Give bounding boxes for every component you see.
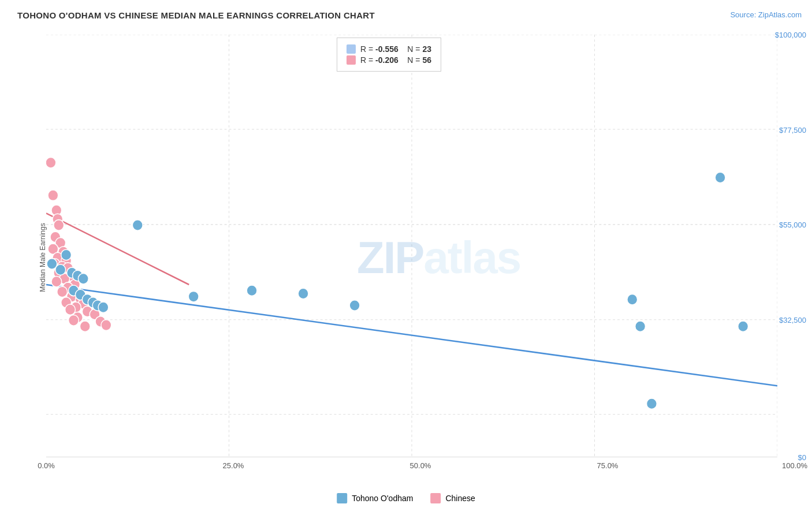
chart-title: TOHONO O'ODHAM VS CHINESE MEDIAN MALE EA… (17, 10, 375, 20)
svg-point-33 (57, 286, 68, 297)
legend-box: R = -0.556 N = 23 R = -0.206 N = 56 (337, 38, 441, 72)
svg-point-17 (54, 220, 64, 231)
bottom-legend-color-blue (337, 493, 347, 503)
bottom-legend-color-pink (430, 493, 441, 503)
svg-point-64 (349, 300, 360, 311)
bottom-legend-label-chinese: Chinese (445, 494, 475, 503)
y-tick-100k: $100,000 (775, 31, 806, 39)
svg-point-50 (61, 249, 72, 260)
y-tick-77500: $77,500 (779, 125, 806, 134)
svg-point-44 (69, 315, 79, 326)
svg-point-61 (188, 291, 199, 302)
legend-text-1: R = -0.556 N = 23 (360, 44, 431, 54)
source-label: Source: ZipAtlas.com (730, 10, 802, 19)
svg-point-30 (51, 277, 62, 288)
chart-container: TOHONO O'ODHAM VS CHINESE MEDIAN MALE EA… (0, 0, 812, 515)
bottom-legend-label-tohono: Tohono O'odham (352, 494, 413, 503)
svg-point-47 (101, 320, 111, 331)
x-tick-0: 0.0% (38, 461, 55, 470)
svg-point-66 (635, 321, 646, 332)
svg-point-46 (80, 321, 90, 332)
svg-point-14 (48, 190, 58, 201)
bottom-legend-tohono: Tohono O'odham (337, 493, 413, 503)
svg-point-62 (247, 285, 257, 296)
legend-color-blue (347, 44, 356, 54)
legend-row-2: R = -0.206 N = 56 (347, 55, 431, 65)
y-tick-32500: $32,500 (779, 316, 806, 324)
svg-point-67 (715, 172, 725, 183)
svg-point-65 (627, 294, 638, 305)
svg-point-49 (55, 264, 66, 275)
svg-point-59 (98, 302, 109, 313)
x-tick-100: 100.0% (782, 461, 807, 470)
svg-line-11 (46, 285, 777, 386)
y-tick-55000: $55,000 (779, 221, 806, 229)
x-tick-25: 25.0% (223, 461, 244, 470)
x-tick-50: 50.0% (410, 461, 431, 470)
svg-point-63 (298, 288, 308, 299)
svg-point-68 (738, 321, 748, 332)
svg-point-69 (647, 398, 657, 409)
bottom-legend: Tohono O'odham Chinese (337, 493, 475, 503)
legend-text-2: R = -0.206 N = 56 (360, 55, 431, 65)
svg-point-60 (132, 220, 143, 231)
y-tick-0: $0 (798, 453, 806, 462)
legend-color-pink (347, 55, 356, 65)
bottom-legend-chinese: Chinese (430, 493, 475, 503)
svg-point-13 (46, 157, 56, 168)
svg-point-53 (78, 273, 88, 284)
x-tick-75: 75.0% (597, 461, 619, 470)
chart-svg (46, 35, 777, 457)
legend-row-1: R = -0.556 N = 23 (347, 44, 431, 54)
y-axis-label: Median Male Earnings (39, 223, 47, 292)
